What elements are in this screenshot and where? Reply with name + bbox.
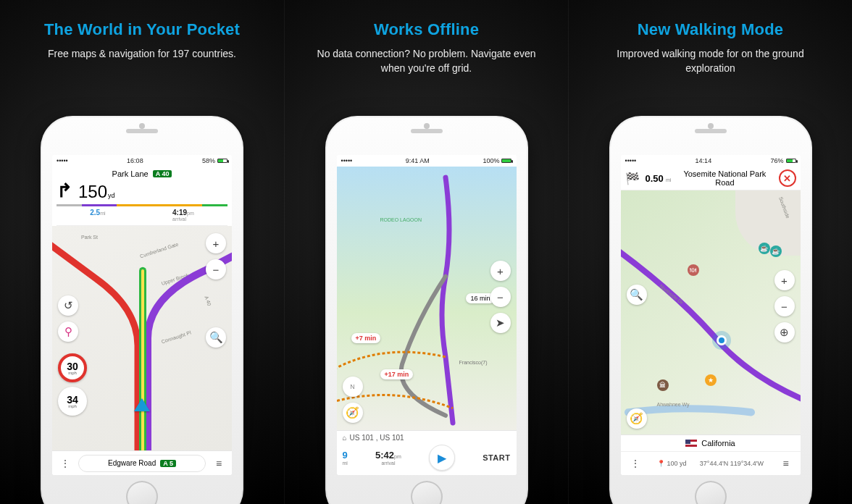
poi-icon[interactable]: 🏛: [657, 379, 669, 391]
battery-percent: 58%: [202, 157, 215, 164]
current-road-pill[interactable]: Edgware Road A 5: [78, 455, 206, 472]
destination-header: 🏁 0.50 mi Yosemite National Park Road ✕: [621, 167, 801, 190]
current-speed: 34mph: [58, 387, 87, 416]
turn-right-icon: ↰: [57, 180, 72, 202]
battery-icon: [786, 159, 796, 163]
search-button[interactable]: 🔍: [627, 285, 647, 305]
us-flag-icon: [685, 440, 697, 447]
headline: New Walking Mode: [638, 20, 784, 39]
locate-button[interactable]: ➤: [490, 313, 511, 333]
eta: 4:19pm arrival: [172, 209, 194, 222]
subheadline: Improved walking mode for on the ground …: [598, 46, 823, 76]
headline: The World in Your Pocket: [44, 20, 240, 39]
checkered-flag-icon: 🏁: [625, 172, 640, 185]
battery-percent: 76%: [770, 157, 783, 164]
start-play-button[interactable]: ▶: [429, 445, 455, 471]
poi-icon[interactable]: ☕: [770, 245, 782, 257]
signal-icon: •••••: [625, 157, 637, 164]
poi-button[interactable]: ⚲: [58, 322, 78, 342]
eta-alt-1[interactable]: +7 min: [351, 333, 381, 343]
battery-icon: [501, 159, 511, 163]
remaining-distance: 2.5mi: [90, 209, 105, 222]
nav-header: Park Lane A 40 ↰ 150yd 2.5mi: [52, 167, 232, 226]
zoom-out-button[interactable]: −: [206, 259, 226, 280]
map-view[interactable]: Park St Cumberland Gate Upper Brook Conn…: [52, 226, 232, 450]
phone-mock: ••••• 14:14 76% 🏁 0.50 mi Yosemite Natio…: [609, 116, 812, 504]
menu-button[interactable]: ≡: [777, 455, 794, 472]
signal-icon: •••••: [57, 157, 68, 164]
map-label-river: Ahwahnee Wy: [657, 402, 690, 407]
promo-panel-3: New Walking Mode Improved walking mode f…: [568, 0, 852, 504]
bottom-bar: ⋮ Edgware Road A 5 ≡: [52, 450, 232, 475]
next-street: Park Lane: [112, 169, 149, 178]
home-button[interactable]: [411, 481, 443, 504]
position-cursor-icon: [134, 398, 150, 411]
map-view[interactable]: RODEO LAGOON Francisco(7) 16 min +7 min …: [337, 167, 517, 430]
destination-name: Yosemite National Park Road: [677, 169, 772, 187]
route-name: ⌂ US 101 , US 101: [343, 434, 511, 442]
zoom-out-button[interactable]: −: [774, 296, 795, 316]
phone-screen: ••••• 9:41 AM 100% RODEO LAGOON Francisc…: [337, 155, 517, 475]
start-button[interactable]: START: [483, 453, 510, 462]
status-bar: ••••• 9:41 AM 100%: [337, 155, 517, 167]
route-shield-icon: ⌂: [343, 434, 347, 442]
recenter-button[interactable]: ⊕: [774, 322, 795, 343]
home-button[interactable]: [126, 481, 158, 504]
status-time: 16:08: [127, 157, 143, 164]
poi-icon[interactable]: 🍽: [688, 264, 699, 276]
map-view[interactable]: Southside Northside Dr Ahwahnee Wy 🍽 ☕ ☕…: [621, 190, 801, 434]
turn-distance: 150: [78, 182, 107, 201]
coordinates: 37°44.4'N 119°34.4'W: [700, 460, 764, 467]
compass-button[interactable]: 🧭: [627, 408, 647, 429]
phone-screen: ••••• 14:14 76% 🏁 0.50 mi Yosemite Natio…: [621, 155, 801, 475]
subheadline: No data connection? No problem. Navigate…: [314, 46, 539, 76]
zoom-in-button[interactable]: +: [490, 261, 511, 281]
promo-panel-2: Works Offline No data connection? No pro…: [284, 0, 568, 504]
status-bar: ••••• 14:14 76%: [621, 155, 801, 167]
walk-distance: 0.50 mi: [646, 173, 672, 184]
close-button[interactable]: ✕: [779, 169, 796, 187]
current-road: Edgware Road: [108, 459, 156, 467]
headline: Works Offline: [374, 20, 479, 39]
status-time: 9:41 AM: [406, 157, 430, 164]
speed-limit: 30mph: [58, 353, 87, 382]
subheadline: Free maps & navigation for 197 countries…: [48, 46, 236, 61]
route-eta: 5:42pm arrival: [375, 450, 401, 466]
home-button[interactable]: [695, 481, 727, 504]
current-road-badge: A 5: [160, 460, 176, 467]
poi-icon[interactable]: ★: [705, 374, 717, 386]
bottom-panel: California ⋮ 📍 100 yd 37°44.4'N 119°34.4…: [621, 434, 801, 475]
compass-button[interactable]: 🧭: [343, 403, 363, 423]
more-button[interactable]: ⋮: [627, 455, 644, 472]
route-overview-button[interactable]: ↺: [58, 295, 78, 316]
zoom-in-button[interactable]: +: [774, 270, 795, 290]
route-distance: 9 mi: [343, 450, 348, 466]
menu-button[interactable]: ≡: [210, 455, 227, 472]
poi-icon[interactable]: ☕: [759, 243, 770, 254]
bottom-panel: ⌂ US 101 , US 101 9 mi 5:42pm arrival ▶ …: [337, 430, 517, 475]
status-time: 14:14: [696, 157, 712, 164]
search-button[interactable]: 🔍: [206, 327, 226, 348]
phone-mock: ••••• 9:41 AM 100% RODEO LAGOON Francisc…: [325, 116, 528, 504]
turn-distance-unit: yd: [108, 192, 115, 199]
phone-screen: ••••• 16:08 58% Park Lane A 40 ↰ 150yd: [52, 155, 232, 475]
more-button[interactable]: ⋮: [57, 455, 74, 472]
current-location-icon: [717, 335, 727, 345]
eta-alt-2[interactable]: +17 min: [380, 369, 414, 379]
promo-panel-1: The World in Your Pocket Free maps & nav…: [0, 0, 284, 504]
north-button[interactable]: N: [343, 377, 363, 397]
region-name: California: [701, 439, 735, 448]
scale-readout: 📍 100 yd: [657, 460, 687, 467]
route-progress: [57, 204, 227, 206]
zoom-out-button[interactable]: −: [490, 287, 511, 307]
battery-percent: 100%: [483, 157, 499, 164]
battery-icon: [217, 159, 227, 163]
zoom-in-button[interactable]: +: [206, 233, 226, 253]
phone-mock: ••••• 16:08 58% Park Lane A 40 ↰ 150yd: [41, 116, 243, 504]
status-bar: ••••• 16:08 58%: [52, 155, 232, 167]
signal-icon: •••••: [341, 157, 353, 164]
road-badge: A 40: [153, 170, 172, 177]
